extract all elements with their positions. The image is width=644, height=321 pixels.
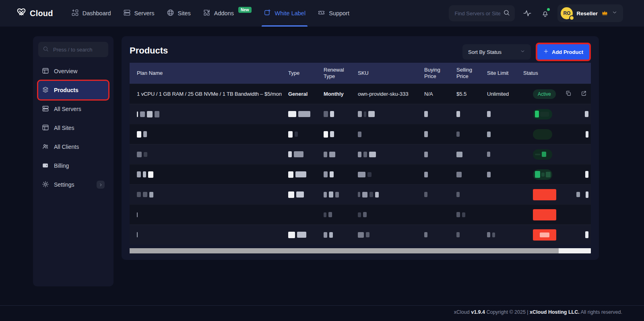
layers-icon: [42, 86, 49, 95]
footer-segment: xCloud Hosting LLC.: [530, 309, 580, 315]
brand-logo[interactable]: Cloud: [15, 6, 53, 20]
search-icon[interactable]: [503, 9, 510, 18]
table-row-product[interactable]: 1 vCPU / 1 GB RAM / 25 GB NVMe / 1 TB Ba…: [130, 84, 591, 104]
sidebar-item-label: All Sites: [54, 125, 74, 131]
table-row-redacted[interactable]: [130, 184, 591, 204]
nav-item-white-label[interactable]: White Label: [258, 0, 312, 27]
column-header: Plan Name: [130, 63, 282, 84]
sort-by-status-dropdown[interactable]: Sort By Status: [462, 44, 531, 60]
support-ticket-icon: [318, 9, 325, 18]
column-header: Buying Price: [418, 63, 450, 84]
renewal-cell: [317, 185, 351, 204]
selling-cell: [450, 165, 481, 184]
redacted-block: [358, 212, 361, 217]
redacted-block: [540, 112, 549, 117]
sku-cell: [351, 185, 418, 204]
redacted-block: [328, 212, 332, 217]
redacted-block: [546, 172, 551, 177]
topbar-right-cluster: RO Reseller: [449, 0, 623, 27]
chevron-right-icon[interactable]: [97, 181, 105, 189]
status-cell: [517, 165, 559, 184]
avatar-initials: RO: [563, 10, 570, 16]
sidebar-item-overview[interactable]: Overview: [38, 62, 108, 80]
table-row-redacted[interactable]: [130, 104, 591, 124]
type-cell: General: [282, 84, 317, 104]
table-header-row: Plan Name Type Renewal Type SKU Buying P…: [130, 63, 591, 84]
redacted-block: [330, 111, 334, 117]
global-search-input[interactable]: [454, 10, 501, 17]
add-product-button[interactable]: Add Product: [537, 44, 589, 60]
copy-icon[interactable]: [565, 90, 572, 98]
redacted-block: [585, 231, 588, 238]
sidebar-item-settings[interactable]: Settings: [38, 175, 108, 194]
redacted-block: [456, 132, 460, 137]
nav-label: Servers: [134, 10, 155, 16]
notification-dot: [547, 8, 550, 11]
table-row-redacted[interactable]: [130, 144, 591, 164]
table-row-redacted[interactable]: [130, 224, 591, 245]
sidebar-item-all-clients[interactable]: All Clients: [38, 138, 108, 156]
redacted-block: [324, 152, 327, 157]
external-link-icon[interactable]: [580, 90, 587, 98]
selling-cell: [450, 205, 481, 224]
sidebar-search-input[interactable]: [52, 46, 103, 53]
redacted-block: [367, 172, 372, 177]
horizontal-scrollbar[interactable]: [130, 248, 591, 253]
sidebar-item-label: All Clients: [54, 144, 79, 150]
redacted-block: [456, 212, 460, 217]
notifications-bell-icon[interactable]: [540, 8, 550, 19]
buying-cell: [418, 225, 450, 245]
selling-cell: [450, 124, 481, 144]
table-row-redacted[interactable]: [130, 204, 591, 224]
redacted-block: [585, 171, 588, 178]
status-badge-redacted: [533, 209, 556, 220]
row-actions: [559, 185, 591, 204]
redacted-block: [424, 172, 428, 177]
sidebar: Overview Products All Servers All Sites: [33, 36, 114, 286]
plan-cell: [130, 104, 282, 124]
plan-cell: [130, 205, 282, 224]
nav-item-dashboard[interactable]: Dashboard: [65, 0, 117, 27]
redacted-block: [540, 233, 549, 237]
type-cell: [282, 104, 317, 124]
sidebar-item-products[interactable]: Products: [38, 81, 108, 99]
user-menu[interactable]: RO Reseller: [557, 4, 623, 22]
redacted-block: [288, 171, 293, 178]
nav-label: Addons: [214, 10, 234, 16]
buying-price-cell: N/A: [418, 84, 450, 104]
redacted-block: [358, 192, 360, 197]
redacted-block: [288, 191, 294, 198]
status-badge-redacted: [533, 109, 552, 119]
redacted-block: [368, 111, 375, 117]
activity-pulse-icon[interactable]: [522, 8, 533, 19]
redacted-block: [330, 131, 334, 137]
plan-cell: [130, 185, 282, 204]
footer-segment: Copyright © 2025 |: [485, 309, 530, 315]
sidebar-search[interactable]: [38, 42, 108, 57]
nav-item-sites[interactable]: Sites: [161, 0, 197, 27]
redacted-block: [137, 192, 141, 197]
redacted-block: [288, 131, 293, 138]
redacted-block: [424, 111, 428, 117]
table-row-redacted[interactable]: [130, 164, 591, 184]
redacted-block: [541, 173, 545, 177]
global-search[interactable]: [449, 5, 515, 21]
nav-item-support[interactable]: Support: [312, 0, 355, 27]
redacted-block: [137, 111, 138, 117]
redacted-block: [424, 152, 428, 157]
sidebar-item-billing[interactable]: Billing: [38, 156, 108, 175]
renewal-cell: [317, 144, 351, 164]
redacted-block: [137, 232, 138, 237]
redacted-block: [137, 131, 141, 138]
nav-item-servers[interactable]: Servers: [117, 0, 161, 27]
hscrollbar-thumb[interactable]: [130, 248, 559, 253]
nav-item-addons[interactable]: Addons New: [197, 0, 258, 27]
table-row-redacted[interactable]: [130, 124, 591, 144]
redacted-block: [358, 111, 362, 117]
type-cell: [282, 185, 317, 204]
page-title: Products: [130, 45, 168, 56]
sidebar-item-all-sites[interactable]: All Sites: [38, 119, 108, 137]
sidebar-item-all-servers[interactable]: All Servers: [38, 100, 108, 118]
redacted-block: [456, 111, 460, 117]
redacted-block: [358, 132, 361, 137]
